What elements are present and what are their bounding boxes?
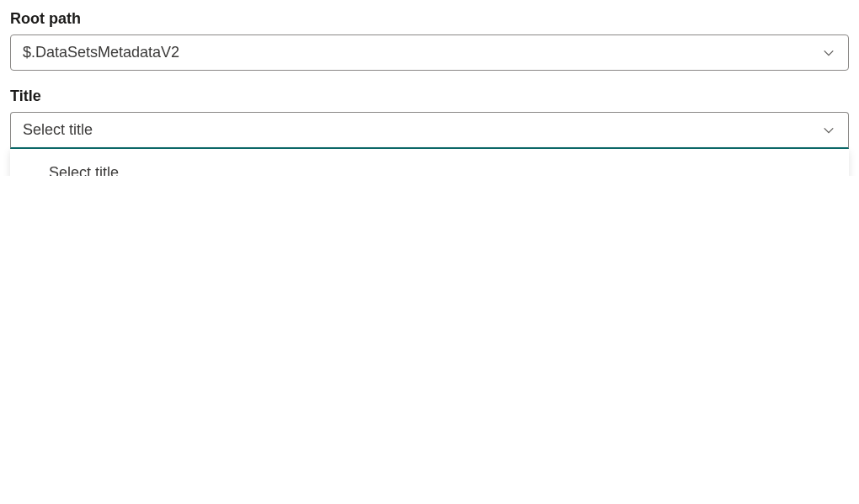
root-path-label: Root path [10,10,849,28]
title-label: Title [10,88,849,105]
title-value: Select title [23,121,821,139]
title-option[interactable]: Select title [15,152,844,176]
chevron-down-icon [821,45,836,61]
root-path-field: Root path $.DataSetsMetadataV2 [10,10,849,71]
chevron-down-icon [821,123,836,138]
title-select[interactable]: Select title [10,112,849,149]
title-dropdown-panel[interactable]: Select title$.tabular.source$.tabular.di… [10,149,849,176]
root-path-value: $.DataSetsMetadataV2 [23,44,821,61]
root-path-select[interactable]: $.DataSetsMetadataV2 [10,34,849,71]
title-dropdown-container: Select title Select title$.tabular.sourc… [10,112,849,149]
title-field: Title Select title Select title$.tabular… [10,88,849,149]
